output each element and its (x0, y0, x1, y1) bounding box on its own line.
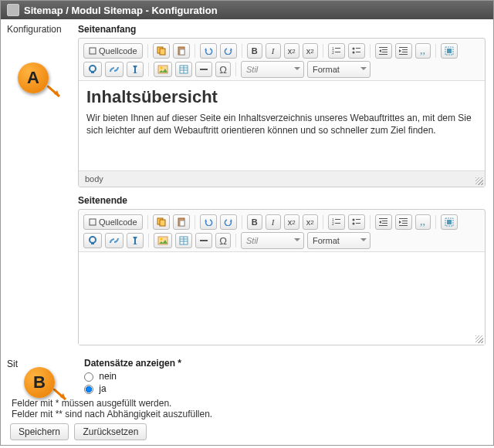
svg-rect-12 (356, 52, 360, 52)
bold-button[interactable]: B (247, 43, 262, 59)
svg-point-43 (352, 223, 354, 225)
special-char-button[interactable]: Ω (215, 62, 231, 77)
svg-rect-16 (379, 54, 387, 55)
anchor-button[interactable] (127, 233, 144, 248)
reset-button[interactable]: Zurücksetzen (74, 423, 147, 440)
outdent-button[interactable] (375, 214, 392, 230)
format-select-label: Format (313, 65, 340, 74)
numbered-list-button[interactable]: 12 (328, 214, 345, 230)
italic-button[interactable]: I (266, 214, 281, 230)
anchor-button[interactable] (127, 62, 144, 77)
table-icon (179, 236, 188, 245)
source-icon (89, 218, 96, 226)
config-tab[interactable]: Konfiguration (7, 24, 75, 35)
paste-button[interactable] (173, 214, 190, 230)
copy-icon (157, 217, 166, 227)
svg-point-55 (90, 237, 96, 243)
save-button[interactable]: Speichern (10, 423, 69, 440)
records-radio-no[interactable] (84, 372, 93, 382)
svg-rect-32 (90, 219, 96, 225)
image-button[interactable] (154, 62, 172, 77)
source-button[interactable]: Quellcode (83, 214, 143, 230)
outdent-icon (379, 46, 388, 56)
svg-rect-4 (180, 49, 184, 55)
copy-button[interactable] (153, 43, 170, 59)
subscript-button[interactable]: x2 (284, 43, 299, 59)
bullet-list-button[interactable] (348, 214, 365, 230)
blockquote-button[interactable]: ,, (415, 43, 431, 59)
svg-rect-48 (379, 225, 387, 226)
style-select[interactable]: Stil (241, 61, 304, 78)
bold-button[interactable]: B (247, 214, 262, 230)
svg-point-26 (161, 67, 163, 69)
indent-button[interactable] (395, 214, 412, 230)
undo-button[interactable] (200, 43, 217, 59)
special-char-button[interactable]: Ω (215, 233, 231, 248)
resize-handle-icon[interactable] (475, 177, 483, 185)
records-option-no[interactable]: nein (84, 370, 181, 382)
copy-button[interactable] (153, 214, 170, 230)
table-button[interactable] (175, 233, 192, 248)
source-label: Quellcode (99, 217, 137, 227)
subscript-button[interactable]: x2 (284, 214, 299, 230)
svg-rect-0 (90, 48, 96, 54)
module-header: Sitemap / Modul Sitemap - Konfiguration (1, 1, 493, 19)
table-button[interactable] (175, 62, 192, 77)
records-option-yes[interactable]: ja (84, 382, 181, 395)
callout-a: A (18, 62, 49, 93)
redo-icon (224, 47, 233, 55)
style-select-label: Stil (246, 236, 258, 245)
ol-icon: 12 (332, 46, 341, 56)
indent-icon (399, 46, 408, 56)
format-select[interactable]: Format (307, 61, 370, 78)
svg-rect-52 (399, 225, 408, 226)
editor-top-content[interactable]: Inhaltsübersicht Wir bieten Ihnen auf di… (79, 80, 485, 170)
svg-rect-20 (399, 54, 408, 55)
svg-rect-38 (335, 219, 340, 220)
unlink-icon (109, 65, 120, 74)
select-all-button[interactable] (441, 43, 458, 59)
undo-button[interactable] (200, 214, 217, 230)
select-all-button[interactable] (441, 214, 458, 230)
redo-button[interactable] (220, 43, 237, 59)
bullet-list-button[interactable] (348, 43, 365, 59)
source-button[interactable]: Quellcode (83, 43, 143, 59)
italic-button[interactable]: I (266, 43, 281, 59)
redo-button[interactable] (220, 214, 237, 230)
editor-top-path[interactable]: body (79, 170, 485, 187)
records-yes-text: ja (99, 383, 106, 394)
ul-icon (352, 46, 361, 56)
numbered-list-button[interactable]: 12 (328, 43, 345, 59)
paste-icon (177, 46, 186, 56)
svg-rect-22 (447, 49, 452, 53)
image-button[interactable] (154, 233, 172, 248)
image-icon (157, 236, 168, 245)
superscript-button[interactable]: x2 (303, 43, 318, 59)
blockquote-button[interactable]: ,, (415, 214, 431, 230)
outdent-button[interactable] (375, 43, 392, 59)
table-icon (179, 65, 188, 74)
superscript-button[interactable]: x2 (303, 214, 318, 230)
svg-rect-51 (402, 223, 408, 224)
indent-icon (399, 217, 408, 227)
format-select[interactable]: Format (307, 232, 370, 249)
note-dependent: Felder mit ** sind nach Abhängigkeit aus… (12, 409, 487, 419)
style-select[interactable]: Stil (241, 232, 304, 249)
editor-bottom-content[interactable] (79, 251, 485, 345)
indent-button[interactable] (395, 43, 412, 59)
unlink-button[interactable] (105, 233, 124, 248)
style-select-label: Stil (246, 65, 258, 74)
redo-icon (224, 218, 233, 226)
path-label: body (85, 174, 103, 184)
hr-button[interactable] (195, 233, 212, 248)
paste-button[interactable] (173, 43, 190, 59)
records-radio-yes[interactable] (84, 385, 93, 394)
section-label-top: Seitenanfang (78, 24, 486, 35)
svg-rect-19 (402, 52, 408, 52)
link-button[interactable] (83, 62, 102, 77)
resize-handle-icon[interactable] (475, 335, 483, 343)
hr-button[interactable] (195, 62, 212, 77)
svg-rect-13 (379, 47, 387, 48)
unlink-button[interactable] (105, 62, 124, 77)
link-button[interactable] (83, 233, 102, 248)
